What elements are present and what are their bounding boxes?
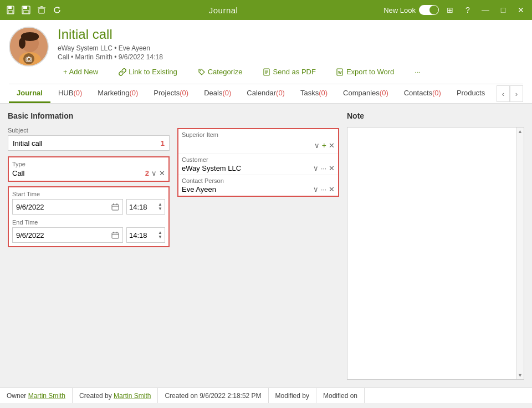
tab-marketing[interactable]: Marketing(0) — [90, 84, 146, 103]
contact-person-row: Eve Ayeen ∨ ··· ✕ — [182, 185, 335, 193]
svg-point-15 — [27, 58, 30, 61]
created-by-value[interactable]: Martin Smith — [114, 392, 151, 400]
owner-value[interactable]: Martin Smith — [28, 392, 65, 400]
tab-products[interactable]: Products — [449, 84, 493, 103]
type-label: Type — [12, 161, 165, 167]
end-time-row: 9/6/2022 14:18 ▲ ▼ — [12, 227, 165, 243]
tab-hub[interactable]: HUB(0) — [50, 84, 90, 103]
toggle-knob — [429, 6, 438, 14]
note-title: Note — [347, 111, 524, 120]
tab-journal[interactable]: Journal — [9, 84, 50, 103]
export-to-word-button[interactable]: W Export to Word — [331, 65, 400, 78]
tab-tasks[interactable]: Tasks(0) — [293, 84, 335, 103]
maximize-button[interactable]: □ — [497, 3, 510, 17]
created-by-label: Created by — [79, 392, 112, 400]
contact-clear-icon[interactable]: ✕ — [329, 185, 335, 193]
send-as-pdf-button[interactable]: Send as PDF — [258, 65, 321, 78]
toggle-switch[interactable] — [419, 5, 439, 15]
grid-icon[interactable]: ⊞ — [443, 3, 457, 17]
end-time-field[interactable]: 14:18 ▲ ▼ — [126, 227, 165, 243]
header-actions: + Add New Link to Existing Categorize Se… — [58, 65, 523, 78]
start-time-down[interactable]: ▼ — [158, 207, 162, 211]
minimize-button[interactable]: — — [479, 3, 492, 17]
type-field: Call 2 ∨ ✕ — [12, 169, 165, 177]
svg-rect-14 — [21, 33, 39, 40]
categorize-button[interactable]: Categorize — [192, 65, 248, 78]
type-clear-icon[interactable]: ✕ — [159, 169, 165, 177]
created-by-status: Created by Martin Smith — [73, 388, 158, 403]
basic-info-title: Basic Information — [8, 111, 170, 120]
tab-prev-button[interactable]: ‹ — [497, 85, 510, 102]
type-dropdown-icon[interactable]: ∨ — [151, 169, 157, 177]
scroll-down-btn[interactable]: ▼ — [518, 373, 523, 378]
created-on-status: Created on 9/6/2022 2:18:52 PM — [158, 388, 268, 403]
superior-dropdown-icon[interactable]: ∨ — [314, 141, 320, 150]
start-date-field[interactable]: 9/6/2022 — [12, 199, 123, 215]
tab-companies[interactable]: Companies(0) — [335, 84, 396, 103]
scroll-up-btn[interactable]: ▲ — [518, 129, 523, 134]
end-date-field[interactable]: 9/6/2022 — [12, 227, 123, 243]
avatar[interactable] — [9, 27, 49, 67]
contact-more-icon[interactable]: ··· — [321, 186, 326, 193]
tab-contacts[interactable]: Contacts(0) — [396, 84, 449, 103]
note-textarea[interactable] — [347, 128, 516, 379]
help-button[interactable]: ? — [461, 3, 474, 17]
camera-icon[interactable] — [23, 53, 34, 64]
pdf-icon — [263, 68, 271, 76]
main-content: Basic Information Subject 1 Type Call 2 … — [0, 104, 532, 387]
customer-clear-icon[interactable]: ✕ — [329, 164, 335, 172]
contact-dropdown-icon[interactable]: ∨ — [313, 185, 319, 193]
save2-icon[interactable] — [20, 4, 32, 16]
superior-add-icon[interactable]: + — [322, 141, 326, 150]
header-top: Initial call eWay System LLC • Eve Ayeen… — [9, 27, 523, 78]
middle-panel: Superior Item ∨ + ✕ Customer eWay System… — [177, 120, 344, 387]
tab-projects[interactable]: Projects(0) — [146, 84, 196, 103]
svg-rect-5 — [23, 11, 29, 13]
start-time-field[interactable]: 14:18 ▲ ▼ — [126, 199, 165, 215]
save-icon[interactable] — [4, 4, 17, 16]
tab-deals[interactable]: Deals(0) — [196, 84, 239, 103]
close-button[interactable]: ✕ — [514, 3, 528, 17]
superior-customer-group: Superior Item ∨ + ✕ Customer eWay System… — [177, 128, 339, 197]
customer-more-icon[interactable]: ··· — [321, 165, 326, 172]
superior-item-label: Superior Item — [182, 131, 335, 138]
modified-on-label: Modified on — [323, 392, 357, 400]
modified-on-status: Modified on — [316, 388, 365, 403]
end-calendar-icon — [111, 231, 119, 239]
titlebar-tools — [4, 4, 63, 16]
start-time-group: Start Time 9/6/2022 14:18 ▲ ▼ — [12, 191, 165, 215]
tab-next-button[interactable]: › — [510, 85, 523, 102]
subject-input[interactable] — [13, 139, 161, 147]
start-date-value: 9/6/2022 — [16, 203, 44, 211]
categorize-label: Categorize — [208, 68, 243, 76]
customer-value: eWay System LLC — [182, 164, 311, 172]
customer-dropdown-icon[interactable]: ∨ — [313, 164, 319, 172]
start-time-row: 9/6/2022 14:18 ▲ ▼ — [12, 199, 165, 215]
modified-by-status: Modified by — [269, 388, 316, 403]
owner-label: Owner — [7, 392, 26, 400]
end-time-down[interactable]: ▼ — [158, 235, 162, 239]
subject-badge: 1 — [161, 139, 165, 147]
superior-clear-icon[interactable]: ✕ — [329, 141, 335, 150]
type-badge: 2 — [145, 169, 149, 177]
add-new-button[interactable]: + Add New — [58, 65, 104, 78]
start-time-spinner: ▲ ▼ — [158, 202, 162, 211]
tab-navigation: ‹ › — [497, 85, 523, 102]
created-on-label: Created on — [165, 392, 197, 400]
svg-rect-28 — [112, 233, 119, 238]
tab-calendar[interactable]: Calendar(0) — [239, 84, 293, 103]
link-to-existing-button[interactable]: Link to Existing — [113, 65, 182, 78]
right-panel: Note ▲ ▼ — [344, 104, 532, 387]
svg-text:W: W — [338, 70, 342, 74]
end-time-group: End Time 9/6/2022 14:18 ▲ ▼ — [12, 219, 165, 243]
delete-icon[interactable] — [35, 4, 48, 16]
refresh-icon[interactable] — [51, 4, 63, 16]
link-to-existing-label: Link to Existing — [129, 68, 177, 76]
new-look-toggle[interactable]: New Look — [383, 5, 439, 15]
statusbar: Owner Martin Smith Created by Martin Smi… — [0, 387, 532, 403]
new-look-label: New Look — [383, 6, 416, 14]
customer-group: Customer eWay System LLC ∨ ··· ✕ — [178, 154, 338, 175]
end-date-value: 9/6/2022 — [16, 231, 44, 239]
more-actions-button[interactable]: ··· — [409, 65, 426, 78]
contact-person-group: Contact Person Eve Ayeen ∨ ··· ✕ — [178, 175, 338, 196]
